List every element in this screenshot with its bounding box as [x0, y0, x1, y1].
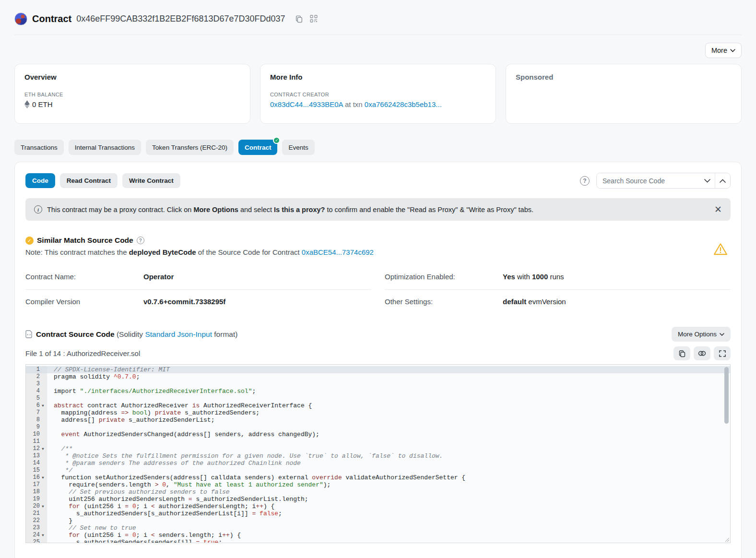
meta-row: Contract Name: Operator [25, 265, 371, 290]
subtab-code[interactable]: Code [25, 173, 55, 188]
qr-code-button[interactable] [309, 14, 319, 24]
code-line: 16▼ function setAuthorizedSenders(addres… [26, 474, 730, 481]
inline-link[interactable]: 0xa7662428c3b5eb13... [365, 100, 442, 108]
inline-link[interactable]: 0xaBCE54...7374c692 [302, 248, 374, 256]
code-line-text [47, 424, 54, 431]
search-next-button[interactable] [699, 173, 715, 188]
line-number-gutter: 19 [26, 496, 47, 503]
tab-label: Transactions [21, 144, 58, 151]
code-line: 2pragma solidity ^0.7.0; [26, 373, 730, 380]
code-line-text: import "./interfaces/AuthorizedReceiverI… [47, 388, 256, 395]
line-number: 25 [26, 539, 40, 543]
copy-address-button[interactable] [294, 14, 304, 24]
copy-source-button[interactable] [673, 346, 690, 360]
fold-toggle-icon[interactable]: ▼ [40, 402, 46, 409]
tab-transactions[interactable]: Transactions [14, 140, 64, 155]
line-number-gutter: 22 [26, 517, 47, 524]
line-number-gutter: 24▼ [26, 532, 47, 539]
code-line-text: for (uint256 i = 0; i < senders.length; … [47, 532, 241, 539]
more-info-card: More Info CONTRACT CREATOR 0x83dC44...49… [260, 64, 496, 124]
help-icon[interactable]: ? [580, 176, 590, 186]
code-line: 24▼ for (uint256 i = 0; i < senders.leng… [26, 532, 730, 539]
line-number: 8 [26, 416, 40, 424]
fold-toggle-icon[interactable]: ▼ [40, 503, 46, 510]
fold-toggle-icon[interactable]: ▼ [40, 474, 46, 481]
proxy-notice-banner: i This contract may be a proxy contract.… [25, 198, 731, 221]
code-line-text: uint256 authorizedSendersLength = s_auth… [47, 496, 308, 503]
search-source-input[interactable] [597, 173, 699, 188]
line-number-gutter: 17 [26, 481, 47, 488]
code-line: 5 [26, 395, 730, 402]
chevron-up-icon [720, 179, 726, 183]
code-line-text: address[] private s_authorizedSenderList… [47, 416, 214, 424]
collapse-all-button[interactable] [715, 173, 730, 188]
line-number-gutter: 10 [26, 431, 47, 438]
line-number: 11 [26, 438, 40, 445]
meta-label: Optimization Enabled: [385, 273, 503, 281]
similar-match-help-icon[interactable]: ? [137, 237, 144, 244]
line-number: 21 [26, 510, 40, 517]
tab-internal-transactions[interactable]: Internal Transactions [69, 140, 141, 155]
page: Contract 0x46eFF99CAB332f1B2EB2Ff6813D67… [0, 0, 756, 558]
line-number-gutter: 3 [26, 380, 47, 388]
inline-link[interactable]: Standard Json-Input [145, 330, 212, 338]
code-line: 1// SPDX-License-Identifier: MIT [26, 366, 730, 373]
code-scrollbar-thumb[interactable] [724, 367, 729, 424]
line-number: 22 [26, 517, 40, 524]
fullscreen-button[interactable] [714, 346, 731, 360]
meta-left-column: Contract Name: Operator Compiler Version… [25, 265, 371, 314]
tab-events[interactable]: Events [282, 140, 314, 155]
meta-label: Contract Name: [25, 273, 143, 281]
contract-address: 0x46eFF99CAB332f1B2EB2Ff6813D67e7D30FDd0… [76, 14, 285, 24]
copy-icon [295, 15, 303, 23]
code-line-text [47, 395, 54, 402]
permalink-button[interactable] [694, 346, 710, 360]
code-line-text: function setAuthorizedSenders(address[] … [47, 474, 465, 481]
fold-toggle-icon[interactable]: ▼ [40, 532, 46, 539]
line-number-gutter: 25 [26, 539, 47, 543]
tab-contract[interactable]: Contract✓ [238, 140, 278, 155]
source-code-editor[interactable]: 1// SPDX-License-Identifier: MIT2pragma … [25, 364, 731, 543]
resize-handle[interactable] [724, 537, 730, 542]
proxy-notice-text: This contract may be a proxy contract. C… [47, 206, 709, 214]
similar-match-title: Similar Match Source Code [37, 236, 133, 245]
line-number-gutter: 6▼ [26, 402, 47, 409]
line-number-gutter: 9 [26, 424, 47, 431]
line-number: 9 [26, 424, 40, 431]
line-number: 2 [26, 373, 40, 380]
close-notice-button[interactable]: ✕ [714, 205, 722, 214]
line-number-gutter: 1 [26, 366, 47, 373]
tab-token-transfers-erc-20[interactable]: Token Transfers (ERC-20) [146, 140, 234, 155]
code-line: 9 [26, 424, 730, 431]
code-line: 20▼ for (uint256 i = 0; i < authorizedSe… [26, 503, 730, 510]
code-line: 22 } [26, 517, 730, 524]
tab-label: Contract [245, 144, 272, 151]
code-line-text: s_authorizedSenders[s_authorizedSenderLi… [47, 510, 282, 517]
line-number-gutter: 14 [26, 460, 47, 467]
sponsored-card-title: Sponsored [516, 73, 732, 81]
subtab-write-contract[interactable]: Write Contract [122, 173, 180, 188]
more-dropdown-button[interactable]: More [705, 43, 742, 58]
line-number-gutter: 16▼ [26, 474, 47, 481]
subtab-read-contract[interactable]: Read Contract [60, 173, 118, 188]
warning-icon[interactable] [713, 243, 728, 256]
fold-toggle-icon[interactable]: ▼ [40, 445, 46, 452]
match-check-icon: ✓ [25, 237, 34, 245]
code-line: 3 [26, 380, 730, 388]
document-icon [25, 330, 33, 338]
more-options-button[interactable]: More Options [672, 327, 731, 342]
info-cards: Overview ETH BALANCE 0 ETH More Info CON… [14, 64, 742, 124]
line-number: 1 [26, 366, 40, 373]
line-number-gutter: 11 [26, 438, 47, 445]
code-line-text: mapping(address => bool) private s_autho… [47, 409, 260, 416]
line-number: 5 [26, 395, 40, 402]
meta-value: default evmVersion [503, 297, 566, 306]
code-line-text: require(senders.length > 0, "Must have a… [47, 481, 331, 488]
inline-link[interactable]: 0x83dC44...4933BE0A [270, 100, 343, 108]
code-line: 25 s_authorizedSenders[senders[i]] = tru… [26, 539, 730, 543]
contract-creator-label: CONTRACT CREATOR [270, 92, 486, 97]
line-number-gutter: 8 [26, 416, 47, 424]
tab-label: Internal Transactions [75, 144, 135, 151]
header-divider [14, 35, 742, 35]
more-dropdown-label: More [711, 47, 727, 54]
